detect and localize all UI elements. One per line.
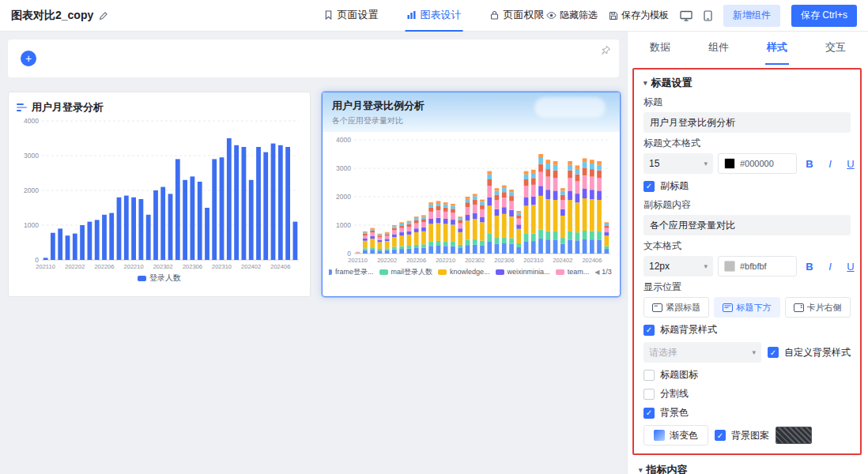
legend-item[interactable]: team... [556,268,590,276]
section-title: 指标内容 [647,463,688,474]
chart-body: 0100020003000400020211020220220220620221… [323,132,620,279]
title-input[interactable]: 用户月登录比例分析 [643,112,851,133]
legend-item[interactable]: knowledge... [438,268,490,276]
title-background-checkbox[interactable]: ✓ 标题背景样式 [643,323,851,337]
panel-tabs: 数据 组件 样式 交互 [628,32,868,65]
svg-text:202206: 202206 [406,257,426,264]
document-title-group: 图表对比2_copy [11,9,108,23]
position-below-button[interactable]: 标题下方 [714,297,779,318]
custom-background-checkbox[interactable]: ✓ 自定义背景样式 [768,346,851,359]
legend-item[interactable]: mail登录人数 [379,267,433,277]
panel-tab-style[interactable]: 样式 [765,32,789,65]
save-template-button[interactable]: 保存为模板 [609,9,669,22]
panel-tab-component[interactable]: 组件 [707,32,730,65]
divider-checkbox[interactable]: 分割线 [643,387,851,401]
title-icon-checkbox[interactable]: 标题图标 [643,368,851,382]
panel-tab-interaction[interactable]: 交互 [824,32,847,65]
panel-tab-data[interactable]: 数据 [648,32,672,65]
subtitle-input[interactable]: 各个应用登录量对比 [643,215,851,235]
legend-item[interactable]: 登录人数 [138,273,181,284]
svg-text:202210: 202210 [436,257,455,264]
chart-card-login-analysis[interactable]: 用户月登录分析 01000200030004000202110202202202… [8,92,311,297]
chart-header-background: 用户月登录比例分析 各个应用登录量对比 [323,92,620,132]
chart-card-login-ratio[interactable]: 用户月登录比例分析 各个应用登录量对比 01000200030004000202… [322,92,621,297]
subtitle-checkbox[interactable]: ✓ 副标题 [643,179,851,193]
subtitle-format-controls: 12px ▾ #bfbfbf B I U [643,256,851,276]
italic-button[interactable]: I [822,155,838,172]
collapse-arrow-icon: ▾ [643,79,647,87]
add-filter-button[interactable]: + [21,51,36,66]
collapse-arrow-icon: ▾ [639,466,643,474]
svg-text:202302: 202302 [465,257,485,264]
title-label: 标题 [643,96,851,109]
hide-filter-button[interactable]: 隐藏筛选 [546,9,598,22]
select-placeholder: 请选择 [649,346,677,359]
checkbox-checked-icon: ✓ [643,408,655,419]
svg-text:202310: 202310 [523,257,543,264]
subtitle-text-style-buttons: B I U [802,258,859,275]
section-header-metric[interactable]: ▾ 指标内容 [639,463,857,474]
chart-type-icon [17,103,27,112]
tab-page-permission[interactable]: 页面权限 [489,0,546,32]
svg-text:2000: 2000 [24,186,39,194]
mode-tabs: 页面设置 图表设计 页面权限 [323,0,546,32]
underline-button[interactable]: U [843,258,859,275]
underline-button[interactable]: U [843,155,859,172]
checkbox-checked-icon: ✓ [715,430,726,441]
eye-icon [546,10,557,21]
legend-prev-icon[interactable]: ◀ [594,269,599,276]
title-font-size-select[interactable]: 15 ▾ [643,153,713,174]
position-inline-button[interactable]: 紧跟标题 [643,297,709,318]
background-color-row: 渐变色 ✓ 背景图案 [643,425,851,446]
svg-text:202402: 202402 [553,257,572,264]
edit-title-icon[interactable] [99,11,108,21]
section-header-title-settings[interactable]: ▾ 标题设置 [643,76,851,90]
selected-value: 12px [649,261,670,272]
settings-panel: 数据 组件 样式 交互 ▾ 标题设置 标题 用户月登录比例分析 标题文本格式 1… [627,32,868,474]
title-text-style-buttons: B I U [802,155,859,172]
legend-item[interactable]: weixinminia... [496,268,550,276]
title-settings-section: ▾ 标题设置 标题 用户月登录比例分析 标题文本格式 15 ▾ #000000 … [632,68,862,455]
tab-label: 页面权限 [504,8,545,22]
checkbox-label: 分割线 [660,387,689,401]
checkbox-checked-icon: ✓ [643,325,655,336]
stacked-bar-chart-canvas: 0100020003000400020211020220220220620221… [329,135,613,265]
position-right-button[interactable]: 卡片右侧 [785,297,851,318]
layout-inline-icon [652,303,662,312]
save-button[interactable]: 保存 Ctrl+s [791,5,857,27]
color-swatch [724,261,735,272]
svg-text:202206: 202206 [94,263,114,270]
pin-icon[interactable] [601,45,611,55]
tab-chart-design[interactable]: 图表设计 [406,0,463,32]
bold-button[interactable]: B [802,155,817,172]
chevron-down-icon: ▾ [704,262,708,270]
legend-item[interactable]: frame登录... [329,267,374,277]
color-hex: #000000 [740,159,774,168]
bold-button[interactable]: B [802,258,817,275]
svg-text:1000: 1000 [24,221,39,229]
title-color-picker[interactable]: #000000 [718,153,797,174]
position-option-label: 标题下方 [736,302,771,314]
chevron-down-icon: ▾ [752,348,756,356]
chart-title: 用户月登录分析 [32,100,104,115]
pattern-swatch[interactable] [776,427,812,444]
position-option-label: 紧跟标题 [666,302,700,314]
svg-text:4000: 4000 [24,117,39,125]
background-pattern-checkbox[interactable]: ✓ 背景图案 [715,429,769,442]
italic-button[interactable]: I [822,258,838,275]
svg-text:4000: 4000 [336,136,351,144]
gradient-color-button[interactable]: 渐变色 [643,425,708,446]
subtitle-color-picker[interactable]: #bfbfbf [718,256,797,276]
svg-text:202202: 202202 [377,257,397,264]
add-component-button[interactable]: 新增组件 [723,5,780,27]
subtitle-font-size-select[interactable]: 12px ▾ [643,256,713,276]
action-label: 保存为模板 [621,9,669,22]
background-color-checkbox[interactable]: ✓ 背景色 [643,406,851,419]
mobile-preview-icon[interactable] [704,10,712,21]
filter-bar: + [8,40,619,77]
desktop-preview-icon[interactable] [680,10,693,21]
title-position-group: 紧跟标题 标题下方 卡片右侧 [643,297,851,318]
background-style-select[interactable]: 请选择 ▾ [643,342,761,363]
tab-page-settings[interactable]: 页面设置 [323,0,380,32]
checkbox-label: 背景色 [660,406,689,419]
